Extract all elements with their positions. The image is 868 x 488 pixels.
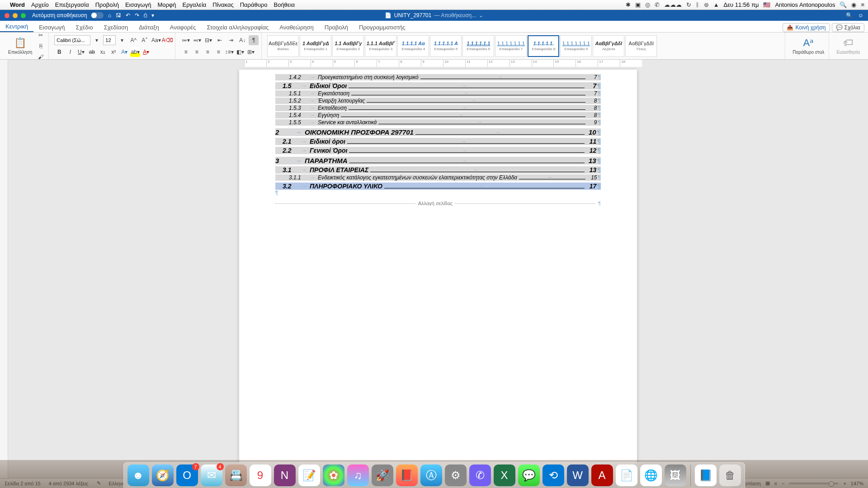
status-macro-icon[interactable]: ▶ [137,480,141,486]
share-button[interactable]: 📤 Κοινή χρήση [783,23,830,32]
minimize-window-button[interactable] [13,13,18,18]
style-heading2[interactable]: 1.1 ΑαΒβΓγΕπικεφαλίδα 2 [332,35,364,57]
menu-window[interactable]: Παράθυρο [240,1,268,8]
italic-button[interactable]: I [65,47,75,57]
style-heading6[interactable]: 1.1.1.1.1.1Επικεφαλίδα 6 [462,35,494,57]
borders-button[interactable]: ⊞▾ [246,47,256,57]
qat-print-icon[interactable]: ⎙ [144,12,147,19]
tab-draw[interactable]: Σχέδιο [71,22,99,32]
menubar-icon-1[interactable]: ✱ [626,1,631,8]
toc-entry[interactable]: 2.2→Γενικοί Όροι12¶ [275,147,601,154]
superscript-button[interactable]: x² [108,47,118,57]
justify-button[interactable]: ≡ [213,47,223,57]
zoom-in-button[interactable]: + [843,481,846,486]
show-marks-button[interactable]: ¶ [249,35,259,45]
increase-font-button[interactable]: A^ [128,35,138,45]
tab-mailings[interactable]: Στοιχεία αλληλογραφίας [201,22,274,32]
font-color-button[interactable]: A▾ [141,47,151,57]
status-language[interactable]: Ελληνικά [109,481,129,486]
bold-button[interactable]: B [54,47,64,57]
decrease-font-button[interactable]: A˅ [140,35,150,45]
zoom-out-button[interactable]: − [782,481,784,486]
tab-design[interactable]: Σχεδίαση [99,22,134,32]
change-case-button[interactable]: Aa▾ [151,35,161,45]
sort-button[interactable]: A↓ [237,35,247,45]
toc-entry[interactable]: 3→ΠΑΡΑΡΤΗΜΑ13¶ [275,157,601,164]
highlight-button[interactable]: ab▾ [130,47,140,57]
align-left-button[interactable]: ≡ [181,47,191,57]
clear-formatting-button[interactable]: A⌫ [162,35,172,45]
menubar-flag-icon[interactable]: 🇺🇸 [763,1,770,8]
toc-entry[interactable]: 1.5.3→Εκπαίδευση8¶ [275,105,601,111]
tab-layout[interactable]: Διάταξη [133,22,165,32]
vertical-ruler[interactable] [0,60,8,478]
numbering-button[interactable]: ≕▾ [192,35,202,45]
menu-tools[interactable]: Εργαλεία [183,1,207,8]
menubar-siri-icon[interactable]: ◉ [851,1,856,8]
document-page[interactable]: 1.4.2→Προεγκατεστημένο στη συσκευή λογισ… [239,70,637,478]
menubar-timemachine-icon[interactable]: ↻ [686,1,691,8]
zoom-slider[interactable] [789,483,839,484]
menu-table[interactable]: Πίνακας [212,1,233,8]
toc-entry[interactable]: 1.5.4→Εγγύηση8¶ [275,112,601,118]
style-heading7[interactable]: 1.1.1.1.1.1.1Επικεφαλίδα 7 [495,35,527,57]
copy-button[interactable]: ⎘ [36,41,46,51]
font-name-select[interactable]: Calibri (Σώ... [54,35,90,45]
line-spacing-button[interactable]: ↕≡▾ [224,47,234,57]
font-size-dropdown-icon[interactable]: ▾ [117,35,127,45]
toc-entry[interactable]: 3.1.1→Ενδεικτικός κατάλογος εγκατεστημέν… [275,174,601,181]
style-heading5[interactable]: 1.1.1.1.1 ΑΕπικεφαλίδα 5 [430,35,462,57]
autosave-toggle[interactable] [91,12,104,19]
tab-references[interactable]: Αναφορές [165,22,202,32]
status-focus[interactable]: Εστίαση [742,481,760,486]
style-title[interactable]: ΑαΒβΓγΔδΙΤίτλος [625,35,657,57]
toc-entry[interactable]: 1.4.2→Προεγκατεστημένο στη συσκευή λογισ… [275,74,601,80]
menubar-user[interactable]: Antonios Antonopoulos [775,1,835,8]
sensitivity-button[interactable]: 🏷 Ευαισθησία [835,37,862,55]
menu-help[interactable]: Βοήθεια [274,1,295,8]
align-right-button[interactable]: ≡ [203,47,212,57]
tab-developer[interactable]: Προγραμματιστής [354,22,411,32]
font-name-dropdown-icon[interactable]: ▾ [92,35,102,45]
shading-button[interactable]: ◧▾ [235,47,245,57]
comments-button[interactable]: 💬 Σχόλια [832,23,864,32]
table-of-contents[interactable]: 1.4.2→Προεγκατεστημένο στη συσκευή λογισ… [275,70,601,190]
menu-format[interactable]: Μορφή [157,1,176,8]
style-heading4[interactable]: 1.1.1.1 ΑαΕπικεφαλίδα 4 [397,35,429,57]
bullets-button[interactable]: ≔▾ [181,35,191,45]
multilevel-list-button[interactable]: ⊟▾ [203,35,213,45]
app-name[interactable]: Word [10,1,25,8]
style-normal[interactable]: ΑαΒβΓγΔδΕεΒασικό [267,35,299,57]
menubar-bluetooth-icon[interactable]: ᛒ [696,1,699,8]
doc-dropdown-icon[interactable]: ⌄ [479,12,483,19]
menubar-icon-3[interactable]: ◎ [645,1,650,8]
view-print-button[interactable]: ▦ [765,480,770,486]
toc-entry[interactable]: 1.5.1→Εγκατάσταση7¶ [275,90,601,97]
strikethrough-button[interactable]: ab [87,47,97,57]
toc-entry[interactable]: 1.5.2→Έναρξη λειτουργίας8¶ [275,98,601,104]
toc-entry[interactable]: 1.5→Ειδικοί Όροι7¶ [275,82,601,89]
title-account-icon[interactable]: ☺ [858,12,863,19]
horizontal-ruler[interactable]: 123456789101112131415161718 [244,60,642,67]
align-center-button[interactable]: ≡ [192,47,202,57]
tab-review[interactable]: Αναθεώρηση [274,22,319,32]
font-size-select[interactable]: 12 [103,35,116,45]
menubar-cloud-icon[interactable]: ☁☁☁ [664,1,682,8]
menu-view[interactable]: Προβολή [95,1,119,8]
view-web-button[interactable]: ≡ [774,481,777,486]
menubar-wifi-icon[interactable]: ⊚ [704,1,709,8]
tab-home[interactable]: Κεντρική [0,21,33,32]
status-spellcheck-icon[interactable]: ✎ [97,480,101,486]
status-focus-icon[interactable]: ▣ [733,480,738,486]
style-heading3[interactable]: 1.1.1 ΑαΒβΓΕπικεφαλίδα 3 [365,35,396,57]
close-window-button[interactable] [5,13,9,18]
menu-edit[interactable]: Επεξεργασία [55,1,89,8]
status-page[interactable]: Σελίδα 2 από 15 [5,481,41,486]
toc-entry[interactable]: 3.1→ΠΡΟΦΙΛ ΕΤΑΙΡΕΙΑΣ13¶ [275,166,601,174]
styles-pane-button[interactable]: Aᵃ Παράθυρο στυλ [791,37,826,55]
text-effects-button[interactable]: A▾ [119,47,129,57]
subscript-button[interactable]: x₂ [98,47,108,57]
qat-redo-icon[interactable]: ↷ [135,12,139,19]
increase-indent-button[interactable]: ⇥ [226,35,236,45]
toc-entry[interactable]: 1.5.5→Service και ανταλλακτικά9¶ [275,119,601,126]
